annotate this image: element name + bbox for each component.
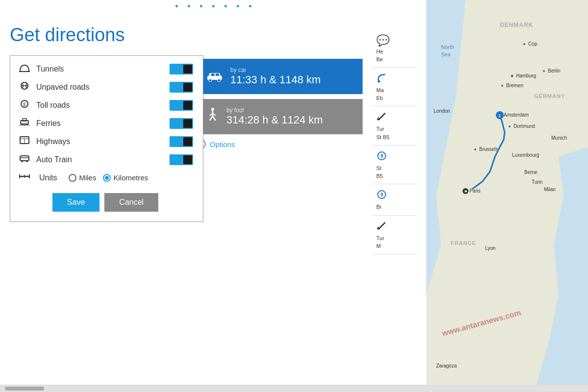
nav-icon-3 (376, 111, 390, 124)
cancel-button[interactable]: Cancel (104, 193, 158, 212)
top-dots (0, 5, 426, 7)
nav-subtext-6: M (376, 243, 381, 249)
nav-subtext-3: St B5 (376, 134, 390, 140)
svg-point-19 (209, 79, 212, 82)
highways-label: Highways (36, 137, 170, 146)
svg-text:FRANCE: FRANCE (451, 240, 476, 246)
nav-item-3[interactable]: Tur St B5 (372, 106, 416, 145)
options-link[interactable]: Options (196, 139, 363, 149)
ferries-icon (18, 118, 31, 129)
units-icon (18, 172, 31, 183)
car-mode: by car (230, 67, 321, 74)
svg-point-44 (523, 43, 525, 45)
dot (175, 5, 178, 7)
nav-icon-1: 💬 (376, 34, 390, 47)
svg-line-30 (378, 113, 385, 120)
options-link-label: Options (210, 140, 235, 148)
highways-icon (18, 136, 31, 147)
units-radio-group: Miles Kilometres (69, 173, 148, 182)
tunnels-row: Tunnels (18, 63, 193, 74)
svg-text:Bremen: Bremen (506, 83, 523, 88)
car-icon (206, 68, 223, 85)
tunnels-toggle[interactable] (170, 64, 193, 74)
unpaved-roads-icon (18, 81, 31, 93)
nav-sidebar: 💬 He Be Ma Eb (372, 29, 416, 363)
units-row: Units Miles Kilometres (18, 172, 193, 183)
tunnels-label: Tunnels (36, 65, 170, 74)
nav-icon-5: 9 (376, 189, 390, 202)
ferries-row: Ferries (18, 118, 193, 129)
nav-text-5: Bi (376, 204, 381, 210)
nav-text-1: He (376, 49, 383, 55)
nav-icon-6 (376, 220, 390, 234)
highways-toggle[interactable] (170, 136, 193, 147)
svg-text:Milan: Milan (544, 187, 556, 192)
scrollbar-thumb[interactable] (5, 387, 44, 391)
kilometres-radio[interactable] (103, 174, 111, 182)
svg-rect-6 (23, 119, 26, 121)
svg-text:London: London (434, 108, 450, 114)
svg-point-12 (26, 160, 28, 162)
svg-text:⚑: ⚑ (464, 190, 467, 194)
auto-train-row: Auto Train (18, 154, 193, 165)
nav-item-6[interactable]: Tur M (372, 216, 416, 254)
svg-text:Sea: Sea (441, 51, 451, 57)
svg-text:Brussels: Brussels (479, 147, 498, 152)
bottom-bar (0, 385, 588, 392)
svg-text:Turin: Turin (532, 179, 542, 185)
unpaved-roads-row: Unpaved roads (18, 81, 193, 93)
dot (200, 5, 202, 7)
map-area[interactable]: North Sea DENMARK GERMANY FRANCE Cop Ham… (426, 0, 588, 392)
dot (249, 5, 251, 7)
svg-text:DENMARK: DENMARK (500, 22, 533, 28)
nav-item-1[interactable]: 💬 He Be (372, 29, 416, 68)
foot-time: 314:28 h & 1124 km (226, 114, 323, 126)
car-time: 11:33 h & 1148 km (230, 74, 321, 86)
route-card-foot[interactable]: by foot 314:28 h & 1124 km (196, 99, 363, 134)
nav-subtext-2: Eb (376, 95, 383, 101)
ferries-toggle[interactable] (170, 118, 193, 129)
kilometres-option[interactable]: Kilometres (103, 173, 148, 182)
car-route-info: by car 11:33 h & 1148 km (230, 67, 321, 86)
svg-line-27 (210, 116, 213, 121)
miles-radio[interactable] (69, 174, 76, 182)
svg-point-46 (511, 75, 514, 77)
main-container: Get directions Tunnels (0, 0, 588, 392)
svg-text:North: North (441, 44, 454, 50)
foot-route-info: by foot 314:28 h & 1124 km (226, 107, 323, 126)
nav-item-4[interactable]: 9 St B5 (372, 146, 416, 184)
svg-text:Zaragoza: Zaragoza (436, 363, 457, 368)
tunnels-icon (18, 63, 31, 74)
nav-icon-4: 9 (376, 150, 390, 164)
page-title: Get directions (10, 24, 426, 46)
svg-point-23 (211, 108, 214, 111)
svg-text:Berlin: Berlin (548, 68, 561, 74)
nav-text-4: St (376, 165, 381, 172)
svg-text:Cop: Cop (528, 41, 538, 47)
svg-text:Lyon: Lyon (485, 245, 495, 251)
toll-roads-toggle[interactable] (170, 100, 193, 111)
svg-line-36 (378, 222, 385, 229)
route-card-car[interactable]: by car 11:33 h & 1148 km (196, 59, 363, 94)
svg-point-48 (543, 70, 545, 72)
toll-roads-row: $ Toll roads (18, 99, 193, 111)
save-button[interactable]: Save (52, 193, 99, 212)
auto-train-toggle[interactable] (170, 154, 193, 165)
svg-point-11 (21, 160, 23, 162)
left-panel: Get directions Tunnels (0, 0, 426, 392)
nav-item-2[interactable]: Ma Eb (372, 68, 416, 106)
svg-text:GERMANY: GERMANY (534, 93, 565, 99)
svg-text:Dortmund: Dortmund (514, 123, 535, 129)
dot (224, 5, 227, 7)
unpaved-roads-label: Unpaved roads (36, 83, 170, 92)
toll-roads-label: Toll roads (36, 101, 170, 110)
miles-option[interactable]: Miles (69, 173, 96, 182)
unpaved-roads-toggle[interactable] (170, 82, 193, 93)
svg-rect-10 (20, 156, 29, 161)
svg-point-20 (218, 79, 220, 82)
svg-point-56 (474, 148, 476, 150)
nav-item-5[interactable]: 9 Bi (372, 184, 416, 216)
dot (188, 5, 190, 7)
svg-line-28 (213, 116, 216, 121)
nav-icon-2 (376, 73, 390, 86)
